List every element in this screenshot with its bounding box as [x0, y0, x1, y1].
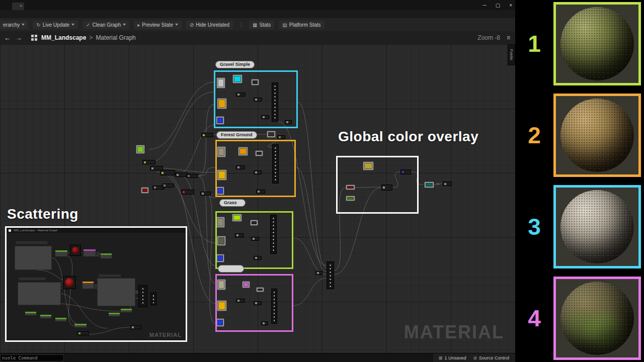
chevron-down-icon — [123, 24, 126, 26]
graph-node — [150, 292, 156, 305]
graph-menu-icon[interactable]: ≡ — [507, 31, 510, 44]
graph-node[interactable] — [160, 170, 175, 175]
toolbar-hierarchy[interactable]: erarchy — [0, 21, 28, 29]
graph-node — [120, 308, 132, 313]
graph-node[interactable] — [277, 135, 285, 139]
preview-row-2: 2 — [515, 94, 644, 177]
preview-frame — [553, 2, 641, 85]
graph-node[interactable] — [162, 184, 174, 188]
toolbar-hide-unrelated[interactable]: ⊘Hide Unrelated — [186, 21, 233, 29]
menubar — [0, 10, 515, 19]
hide-unrelated-icon: ⊘ — [190, 22, 194, 28]
source-control-status[interactable]: ⊘ Source Control — [473, 355, 509, 360]
group-label-forest-ground[interactable]: Forest Ground — [216, 131, 257, 139]
graph-node — [138, 285, 147, 307]
toolbar-separator: ⋮ — [238, 22, 245, 28]
preview-frame — [553, 185, 641, 268]
graph-node — [108, 312, 120, 317]
graph-node — [18, 282, 61, 305]
toolbar-preview-state[interactable]: ▸Preview State — [134, 21, 182, 29]
scattering-label: Scattering — [7, 206, 78, 222]
forward-arrow-icon[interactable]: → — [15, 34, 26, 42]
group-box-gravel-simple — [214, 70, 298, 128]
breadcrumb-page: Material Graph — [96, 34, 135, 41]
clean-graph-icon: ✓ — [86, 22, 90, 28]
scattering-mini-screenshot: MM_Landscape : Material Graph MATERIAL — [7, 228, 186, 340]
graph-node[interactable] — [136, 145, 145, 154]
toolbar-clean-graph[interactable]: ✓Clean Graph — [83, 21, 129, 29]
palette-tab[interactable]: Palette — [508, 44, 515, 65]
asset-grid-icon — [31, 35, 37, 41]
back-arrow-icon[interactable]: ← — [0, 34, 15, 42]
toolbar-label: Preview State — [142, 22, 173, 28]
zoom-level: Zoom -8 — [477, 31, 500, 44]
graph-node — [98, 274, 121, 278]
breadcrumb-bar: ← → MM_Landscape > Material Graph Zoom -… — [0, 31, 515, 45]
toolbar-platform-stats[interactable]: ▤Platform Stats — [279, 21, 324, 29]
mini-node-layer — [7, 233, 186, 340]
preview-row-4: 4 — [515, 277, 644, 360]
graph-node[interactable] — [181, 190, 194, 195]
material-graph-canvas[interactable]: Gravel SimpleForest GroundGrass Scatteri… — [0, 44, 515, 353]
toolbar-label: Clean Graph — [93, 22, 121, 28]
graph-node[interactable] — [327, 261, 334, 289]
toolbar-stats[interactable]: ▦Stats — [249, 21, 274, 29]
tab-close-icon[interactable]: × — [20, 4, 22, 8]
graph-node — [15, 246, 52, 270]
material-sphere-preview — [560, 190, 634, 263]
material-sphere-preview — [560, 282, 634, 355]
preview-row-1: 1 — [515, 2, 644, 85]
global-color-overlay-label: Global color overlay — [338, 129, 478, 145]
window-tab[interactable]: × — [12, 3, 24, 10]
preview-number: 3 — [515, 213, 553, 240]
minimize-button[interactable]: ─ — [483, 3, 487, 8]
graph-node — [82, 281, 94, 289]
preview-state-icon: ▸ — [137, 22, 140, 28]
graph-node[interactable] — [200, 192, 211, 196]
material-sphere-preview — [560, 7, 634, 80]
console-command-input[interactable] — [0, 354, 64, 361]
material-editor-window: × ─ ▢ × erarchy↻Live Update✓Clean Graph▸… — [0, 0, 515, 362]
chevron-down-icon — [175, 24, 178, 26]
unsaved-label: 1 Unsaved — [444, 355, 466, 360]
scattering-annotation-box: MM_Landscape : Material Graph MATERIAL — [5, 226, 187, 342]
graph-node[interactable] — [424, 182, 434, 188]
graph-node[interactable] — [186, 174, 198, 178]
graph-node[interactable] — [201, 133, 213, 137]
group-box-grass — [215, 211, 293, 269]
graph-node[interactable] — [315, 271, 323, 275]
mini-watermark: MATERIAL — [149, 332, 182, 338]
unsaved-status[interactable]: ⊞ 1 Unsaved — [439, 355, 466, 360]
graph-node — [100, 253, 112, 259]
source-control-icon: ⊘ — [473, 355, 477, 360]
mini-titlebar: MM_Landscape : Material Graph — [7, 228, 186, 233]
maximize-button[interactable]: ▢ — [496, 3, 500, 8]
source-control-label: Source Control — [479, 355, 509, 360]
material-watermark: MATERIAL — [404, 322, 504, 343]
group-label-magenta-group[interactable] — [218, 265, 244, 273]
group-box-magenta-group — [215, 274, 293, 332]
graph-node — [19, 277, 46, 281]
toolbar-label: erarchy — [3, 22, 20, 28]
graph-node[interactable] — [267, 131, 276, 138]
preview-frame — [553, 277, 641, 360]
close-button[interactable]: × — [509, 3, 512, 8]
graph-node — [55, 317, 67, 322]
breadcrumb-asset[interactable]: MM_Landscape — [41, 34, 86, 41]
breadcrumb-separator: > — [86, 34, 96, 41]
group-box-forest-ground — [215, 140, 296, 197]
graph-node — [16, 241, 48, 244]
toolbar-label: Live Update — [43, 22, 69, 28]
graph-node — [74, 323, 87, 328]
group-label-gravel-simple[interactable]: Gravel Simple — [215, 61, 255, 68]
toolbar-live-update[interactable]: ↻Live Update — [33, 21, 78, 29]
graph-node[interactable] — [141, 187, 149, 194]
preview-sidebar: 1 2 3 4 — [515, 0, 644, 362]
graph-node[interactable] — [142, 160, 155, 164]
platform-stats-icon: ▤ — [282, 22, 287, 28]
group-box-global-color-overlay — [336, 156, 419, 214]
graph-node[interactable] — [443, 182, 452, 186]
group-label-grass[interactable]: Grass — [219, 199, 246, 207]
graph-node — [77, 331, 89, 335]
material-sphere-preview — [560, 99, 634, 172]
